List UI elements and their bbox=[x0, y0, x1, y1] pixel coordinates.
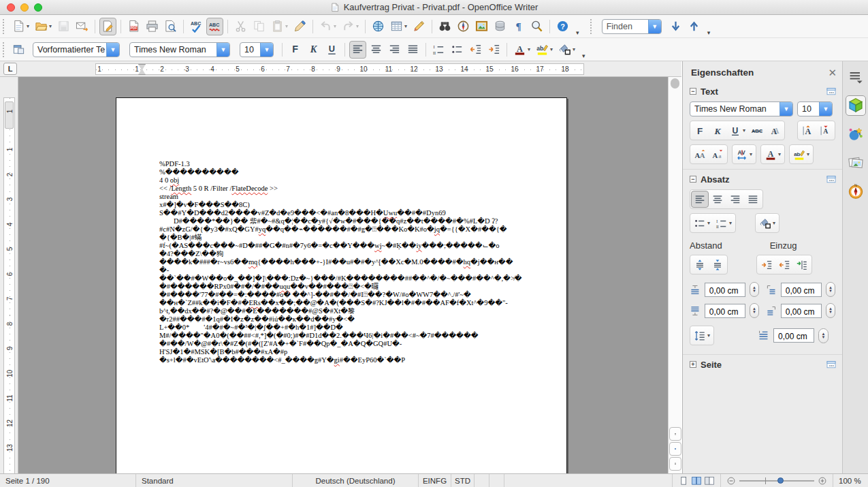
zoom-slider-thumb[interactable] bbox=[777, 477, 784, 484]
tab-navigator[interactable] bbox=[846, 181, 866, 202]
spacing-above-field[interactable] bbox=[705, 283, 745, 297]
sidebar-increase-spacing-button[interactable] bbox=[691, 256, 709, 273]
page-style-status[interactable]: Standard bbox=[136, 474, 293, 487]
open-button[interactable]: ▾ bbox=[33, 18, 54, 35]
underline-button[interactable] bbox=[323, 41, 340, 59]
sidebar-shadow-button[interactable] bbox=[766, 122, 784, 139]
dialog-launcher-icon[interactable] bbox=[826, 174, 837, 185]
sidebar-align-right-button[interactable] bbox=[726, 191, 744, 208]
chevron-down-icon[interactable]: ▼ bbox=[260, 43, 273, 57]
numbered-list-button[interactable] bbox=[430, 41, 447, 59]
spacing-above-stepper[interactable]: ▲▼ bbox=[750, 282, 759, 297]
zoom-level-status[interactable]: 100 % bbox=[833, 474, 868, 487]
hyperlink-button[interactable] bbox=[370, 18, 387, 35]
tab-photos[interactable] bbox=[846, 153, 866, 173]
sidebar-increase-indent-button[interactable] bbox=[758, 256, 775, 273]
toolbar-overflow-button[interactable]: ▾ bbox=[582, 46, 585, 59]
new-document-button[interactable]: ▾ bbox=[10, 18, 31, 35]
find-next-button[interactable] bbox=[667, 18, 684, 35]
zoom-out-icon[interactable] bbox=[726, 476, 736, 486]
gallery-button[interactable] bbox=[473, 18, 490, 35]
collapse-icon[interactable]: − bbox=[690, 176, 696, 183]
find-previous-button[interactable] bbox=[686, 18, 703, 35]
navigation-button[interactable] bbox=[669, 442, 681, 456]
toolbar-overflow-button[interactable]: ▾ bbox=[576, 22, 579, 36]
find-replace-button[interactable] bbox=[436, 18, 453, 35]
find-input[interactable]: Finden ▼ bbox=[602, 19, 662, 34]
italic-button[interactable] bbox=[305, 41, 322, 59]
minimize-window-button[interactable] bbox=[20, 3, 29, 12]
close-icon[interactable]: ✕ bbox=[828, 69, 837, 77]
redo-button[interactable]: ▾ bbox=[340, 18, 361, 35]
decrease-indent-button[interactable] bbox=[467, 41, 484, 59]
dialog-launcher-icon[interactable] bbox=[826, 359, 837, 370]
indent-before-stepper[interactable]: ▲▼ bbox=[826, 282, 835, 297]
tab-properties[interactable] bbox=[846, 95, 866, 116]
table-button[interactable]: ▾ bbox=[388, 18, 409, 35]
book-view-icon[interactable] bbox=[704, 475, 715, 486]
bullet-list-button[interactable] bbox=[449, 41, 466, 59]
sidebar-align-justify-button[interactable] bbox=[744, 191, 762, 208]
navigator-button[interactable] bbox=[455, 18, 472, 35]
sidebar-grow-font-button[interactable] bbox=[799, 122, 816, 139]
chevron-down-icon[interactable]: ▼ bbox=[819, 102, 832, 116]
chevron-down-icon[interactable]: ▼ bbox=[216, 43, 229, 57]
font-name-combo[interactable]: Times New Roman▼ bbox=[129, 42, 230, 57]
edit-mode-button[interactable] bbox=[99, 18, 116, 35]
first-line-indent-stepper[interactable]: ▲▼ bbox=[818, 328, 829, 343]
single-page-view-icon[interactable] bbox=[678, 475, 689, 486]
sidebar-font-color-button[interactable]: ▾ bbox=[762, 146, 784, 163]
sidebar-lowercase-button[interactable] bbox=[709, 146, 726, 163]
sidebar-align-left-button[interactable] bbox=[691, 191, 709, 208]
cut-button[interactable] bbox=[232, 18, 249, 35]
spellcheck-button[interactable] bbox=[188, 18, 205, 35]
dialog-launcher-icon[interactable] bbox=[826, 86, 837, 97]
sidebar-shrink-font-button[interactable] bbox=[816, 122, 834, 139]
paragraph-background-button[interactable]: ▾ bbox=[556, 41, 577, 59]
sidebar-font-size-combo[interactable]: 10 ▼ bbox=[797, 101, 833, 116]
document-text[interactable]: %PDF-1.3%����������4 0 obj<< /Length 5 0… bbox=[159, 160, 532, 467]
styles-window-button[interactable] bbox=[10, 41, 27, 59]
paste-button[interactable]: ▾ bbox=[269, 18, 290, 35]
increase-indent-button[interactable] bbox=[485, 41, 502, 59]
sidebar-align-center-button[interactable] bbox=[709, 191, 726, 208]
paragraph-style-combo[interactable]: Vorformatierter Te▼ bbox=[33, 42, 120, 57]
sidebar-highlighting-button[interactable]: ▾ bbox=[790, 146, 812, 163]
spacing-below-field[interactable] bbox=[705, 304, 745, 318]
spacing-below-stepper[interactable]: ▲▼ bbox=[750, 303, 759, 318]
sidebar-decrease-indent-button[interactable] bbox=[775, 256, 793, 273]
font-size-combo[interactable]: 10▼ bbox=[240, 42, 274, 57]
sidebar-underline-button[interactable]: ▾ bbox=[726, 122, 748, 139]
previous-page-button[interactable] bbox=[669, 427, 681, 441]
tab-gallery[interactable] bbox=[846, 124, 866, 144]
align-justify-button[interactable] bbox=[404, 41, 421, 59]
help-button[interactable] bbox=[554, 18, 571, 35]
undo-button[interactable]: ▾ bbox=[317, 18, 338, 35]
toolbar-drag-handle[interactable] bbox=[590, 19, 594, 34]
align-right-button[interactable] bbox=[386, 41, 403, 59]
zoom-slider-track[interactable] bbox=[739, 480, 814, 482]
zoom-button[interactable] bbox=[528, 18, 545, 35]
save-button[interactable] bbox=[55, 18, 72, 35]
toolbar-drag-handle[interactable] bbox=[3, 42, 7, 57]
sidebar-paragraph-background-button[interactable]: ▾ bbox=[756, 215, 778, 232]
page-preview-button[interactable] bbox=[162, 18, 179, 35]
copy-button[interactable] bbox=[251, 18, 268, 35]
email-document-button[interactable] bbox=[74, 18, 91, 35]
collapse-icon[interactable]: − bbox=[690, 88, 696, 95]
sidebar-numbered-list-button[interactable]: ▾ bbox=[713, 215, 735, 232]
indent-after-field[interactable] bbox=[781, 304, 822, 318]
print-button[interactable] bbox=[144, 18, 161, 35]
maximize-window-button[interactable] bbox=[34, 3, 42, 12]
sidebar-bullet-list-button[interactable]: ▾ bbox=[691, 215, 713, 232]
close-window-button[interactable] bbox=[7, 3, 15, 12]
vertical-scrollbar[interactable] bbox=[668, 77, 681, 473]
chevron-down-icon[interactable]: ▼ bbox=[106, 43, 119, 57]
chevron-down-icon[interactable]: ▼ bbox=[779, 102, 792, 116]
export-pdf-button[interactable] bbox=[125, 18, 142, 35]
sidebar-uppercase-button[interactable] bbox=[691, 146, 709, 163]
font-color-button[interactable]: ▾ bbox=[511, 41, 532, 59]
indent-marker[interactable] bbox=[138, 64, 146, 75]
language-status[interactable]: Deutsch (Deutschland) bbox=[293, 474, 419, 487]
sidebar-font-name-combo[interactable]: Times New Roman ▼ bbox=[690, 101, 793, 116]
